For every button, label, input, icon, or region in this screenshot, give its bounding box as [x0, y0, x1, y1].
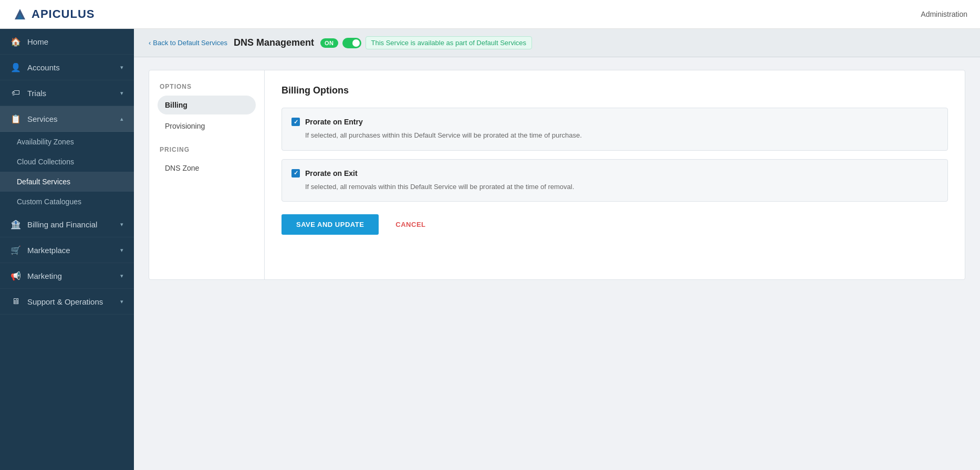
chevron-down-icon: ▾: [120, 247, 123, 254]
back-link-label: Back to Default Services: [153, 39, 227, 47]
prorate-exit-checkbox[interactable]: [291, 169, 300, 177]
sidebar-label-services: Services: [27, 114, 120, 123]
prorate-entry-label: Prorate on Entry: [305, 118, 363, 126]
options-heading: OPTIONS: [158, 83, 256, 90]
toggle-on-label: ON: [320, 38, 338, 48]
prorate-entry-checkbox[interactable]: [291, 118, 300, 126]
sidebar-label-trials: Trials: [27, 89, 120, 98]
sub-item-label: Default Services: [17, 177, 70, 186]
option-billing-label: Billing: [165, 101, 187, 109]
prorate-entry-header: Prorate on Entry: [291, 118, 938, 126]
sub-item-label: Cloud Collections: [17, 158, 74, 166]
option-provisioning-label: Provisioning: [165, 122, 205, 130]
pricing-item-dns-zone[interactable]: DNS Zone: [158, 159, 256, 177]
marketing-icon: 📢: [11, 270, 21, 281]
prorate-exit-label: Prorate on Exit: [305, 169, 358, 177]
sidebar-item-services[interactable]: 📋 Services ▴: [0, 106, 134, 132]
sidebar-item-accounts[interactable]: 👤 Accounts ▾: [0, 55, 134, 80]
chevron-up-icon: ▴: [120, 116, 123, 122]
logo-text: APICULUS: [32, 7, 95, 21]
support-icon: 🖥: [11, 296, 21, 307]
chevron-down-icon: ▾: [120, 273, 123, 279]
pricing-heading: PRICING: [158, 146, 256, 153]
prorate-entry-card: Prorate on Entry If selected, all purcha…: [282, 108, 948, 151]
sidebar-label-marketplace: Marketplace: [27, 246, 120, 255]
trials-icon: 🏷: [11, 88, 21, 98]
pricing-section: PRICING DNS Zone: [158, 146, 256, 177]
chevron-down-icon: ▾: [120, 90, 123, 97]
action-row: SAVE AND UPDATE CANCEL: [282, 214, 948, 235]
sidebar: 🏠 Home 👤 Accounts ▾ 🏷 Trials ▾ 📋 Service…: [0, 29, 134, 470]
sidebar-label-marketing: Marketing: [27, 271, 120, 280]
sidebar-item-marketing[interactable]: 📢 Marketing ▾: [0, 263, 134, 289]
toggle-switch[interactable]: [342, 38, 361, 48]
sidebar-item-support[interactable]: 🖥 Support & Operations ▾: [0, 289, 134, 315]
marketplace-icon: 🛒: [11, 245, 21, 255]
services-icon: 📋: [11, 113, 21, 124]
chevron-left-icon: ‹: [149, 39, 151, 47]
home-icon: 🏠: [11, 36, 21, 47]
sidebar-item-marketplace[interactable]: 🛒 Marketplace ▾: [0, 237, 134, 263]
main-layout: 🏠 Home 👤 Accounts ▾ 🏷 Trials ▾ 📋 Service…: [0, 29, 980, 470]
sidebar-sub-item-default-services[interactable]: Default Services: [0, 172, 134, 192]
sidebar-sub-item-availability-zones[interactable]: Availability Zones: [0, 132, 134, 152]
page-title: DNS Management: [234, 37, 314, 48]
sidebar-item-trials[interactable]: 🏷 Trials ▾: [0, 80, 134, 106]
save-and-update-button[interactable]: SAVE AND UPDATE: [282, 214, 379, 235]
logo-icon: [13, 7, 27, 22]
panel-left: OPTIONS Billing Provisioning PRICING DNS…: [149, 70, 265, 279]
toggle-status-text: This Service is available as part of Def…: [366, 36, 533, 49]
panel-right: Billing Options Prorate on Entry If sele…: [265, 70, 965, 279]
top-header: APICULUS Administration: [0, 0, 980, 29]
chevron-down-icon: ▾: [120, 298, 123, 305]
cancel-button[interactable]: CANCEL: [387, 214, 434, 235]
back-link[interactable]: ‹ Back to Default Services: [149, 39, 227, 47]
prorate-exit-header: Prorate on Exit: [291, 169, 938, 177]
toggle-wrap: ON This Service is available as part of …: [320, 36, 532, 49]
billing-options-title: Billing Options: [282, 85, 948, 96]
content-area: ‹ Back to Default Services DNS Managemen…: [134, 29, 980, 470]
sub-item-label: Custom Catalogues: [17, 197, 81, 206]
billing-icon: 🏦: [11, 219, 21, 229]
sidebar-sub-item-cloud-collections[interactable]: Cloud Collections: [0, 152, 134, 172]
option-provisioning[interactable]: Provisioning: [158, 117, 256, 135]
sidebar-label-accounts: Accounts: [27, 63, 120, 72]
sidebar-label-support: Support & Operations: [27, 297, 120, 306]
sidebar-sub-item-custom-catalogues[interactable]: Custom Catalogues: [0, 192, 134, 212]
settings-panel: OPTIONS Billing Provisioning PRICING DNS…: [149, 70, 965, 280]
sub-item-label: Availability Zones: [17, 138, 74, 146]
main-content: OPTIONS Billing Provisioning PRICING DNS…: [134, 57, 980, 470]
chevron-down-icon: ▾: [120, 221, 123, 228]
accounts-icon: 👤: [11, 62, 21, 72]
chevron-down-icon: ▾: [120, 64, 123, 71]
sidebar-label-billing: Billing and Financial: [27, 220, 120, 229]
pricing-item-label: DNS Zone: [165, 164, 199, 172]
sub-header: ‹ Back to Default Services DNS Managemen…: [134, 29, 980, 57]
logo: APICULUS: [13, 7, 95, 22]
sidebar-item-billing[interactable]: 🏦 Billing and Financial ▾: [0, 212, 134, 237]
option-billing[interactable]: Billing: [158, 96, 256, 114]
prorate-exit-card: Prorate on Exit If selected, all removal…: [282, 159, 948, 202]
sidebar-label-home: Home: [27, 37, 123, 46]
prorate-exit-desc: If selected, all removals within this De…: [291, 182, 938, 192]
sidebar-item-home[interactable]: 🏠 Home: [0, 29, 134, 55]
prorate-entry-desc: If selected, all purchases within this D…: [291, 130, 938, 141]
admin-label: Administration: [921, 10, 967, 18]
